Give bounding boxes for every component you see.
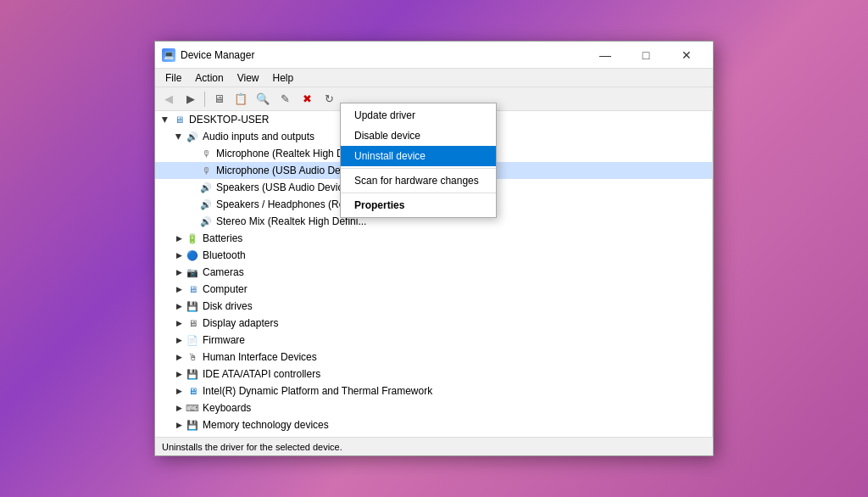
mice-icon: 🖱 bbox=[186, 435, 199, 437]
menu-file[interactable]: File bbox=[159, 70, 188, 86]
firmware-category[interactable]: ▶ 📄 Firmware bbox=[155, 332, 712, 349]
context-menu: Update driver Disable device Uninstall d… bbox=[340, 111, 497, 218]
disk-drives-expand[interactable]: ▶ bbox=[172, 299, 186, 313]
ide-category[interactable]: ▶ 💾 IDE ATA/ATAPI controllers bbox=[155, 366, 712, 383]
status-text: Uninstalls the driver for the selected d… bbox=[162, 442, 342, 452]
app-icon: 💻 bbox=[162, 48, 175, 62]
bluetooth-expand[interactable]: ▶ bbox=[172, 248, 186, 262]
ctx-disable-device[interactable]: Disable device bbox=[341, 126, 496, 146]
keyboards-category[interactable]: ▶ ⌨ Keyboards bbox=[155, 399, 712, 416]
mice-expand[interactable]: ▶ bbox=[172, 435, 186, 437]
ctx-separator-2 bbox=[341, 193, 496, 193]
status-bar: Uninstalls the driver for the selected d… bbox=[155, 437, 713, 455]
disk-drives-category[interactable]: ▶ 💾 Disk drives bbox=[155, 298, 712, 315]
minimize-button[interactable]: — bbox=[586, 42, 625, 69]
batteries-category[interactable]: ▶ 🔋 Batteries bbox=[155, 230, 712, 247]
display-adapters-category[interactable]: ▶ 🖥 Display adapters bbox=[155, 315, 712, 332]
intel-thermal-expand[interactable]: ▶ bbox=[172, 384, 186, 398]
speakers-usb-label: Speakers (USB Audio Device) bbox=[216, 181, 352, 193]
bluetooth-category[interactable]: ▶ 🔵 Bluetooth bbox=[155, 247, 712, 264]
ide-icon: 💾 bbox=[186, 367, 199, 381]
device-manager-window: 💻 Device Manager — □ ✕ File Action View … bbox=[154, 41, 714, 456]
ctx-properties[interactable]: Properties bbox=[341, 195, 496, 215]
memory-tech-category[interactable]: ▶ 💾 Memory technology devices bbox=[155, 416, 712, 433]
menu-view[interactable]: View bbox=[231, 70, 266, 86]
menu-action[interactable]: Action bbox=[188, 70, 230, 86]
intel-thermal-icon: 🖥 bbox=[186, 384, 199, 398]
display-adapters-icon: 🖥 bbox=[186, 316, 199, 330]
forward-button[interactable]: ▶ bbox=[181, 90, 201, 109]
hid-icon: 🖱 bbox=[186, 350, 199, 364]
mic-realtek-icon: 🎙 bbox=[199, 147, 213, 160]
audio-label: Audio inputs and outputs bbox=[203, 131, 314, 142]
intel-thermal-label: Intel(R) Dynamic Platform and Thermal Fr… bbox=[203, 385, 432, 397]
computer-icon: 🖥 bbox=[172, 113, 186, 126]
ctx-uninstall-device[interactable]: Uninstall device bbox=[341, 146, 496, 166]
ide-label: IDE ATA/ATAPI controllers bbox=[203, 368, 320, 380]
maximize-button[interactable]: □ bbox=[626, 42, 665, 69]
intel-thermal-category[interactable]: ▶ 🖥 Intel(R) Dynamic Platform and Therma… bbox=[155, 383, 712, 399]
cameras-icon: 📷 bbox=[186, 265, 199, 279]
window-title: Device Manager bbox=[181, 49, 254, 61]
audio-expand[interactable]: ▶ bbox=[172, 130, 186, 143]
bluetooth-icon: 🔵 bbox=[186, 248, 199, 262]
properties-button[interactable]: 📋 bbox=[231, 90, 251, 109]
scan-button[interactable]: ↻ bbox=[319, 90, 339, 109]
ctx-update-driver[interactable]: Update driver bbox=[341, 111, 496, 126]
firmware-expand[interactable]: ▶ bbox=[172, 333, 186, 347]
display-adapters-label: Display adapters bbox=[203, 317, 278, 329]
mice-category[interactable]: ▶ 🖱 Mice and other pointing devices bbox=[155, 433, 712, 437]
stereo-mix-icon: 🔊 bbox=[199, 215, 213, 228]
update-driver-button[interactable]: ✎ bbox=[275, 90, 295, 109]
batteries-icon: 🔋 bbox=[186, 232, 199, 245]
mic-usb-icon: 🎙 bbox=[199, 164, 213, 177]
uninstall-button[interactable]: ✖ bbox=[297, 90, 317, 109]
cameras-category[interactable]: ▶ 📷 Cameras bbox=[155, 264, 712, 281]
disk-drives-icon: 💾 bbox=[186, 299, 199, 313]
hid-expand[interactable]: ▶ bbox=[172, 350, 186, 364]
ide-expand[interactable]: ▶ bbox=[172, 367, 186, 381]
cameras-label: Cameras bbox=[203, 266, 244, 278]
toolbar-separator-1 bbox=[204, 92, 205, 107]
mice-label: Mice and other pointing devices bbox=[203, 436, 346, 437]
keyboards-expand[interactable]: ▶ bbox=[172, 401, 186, 415]
close-button[interactable]: ✕ bbox=[667, 42, 706, 69]
computer-cat-icon: 🖥 bbox=[186, 282, 199, 296]
hid-label: Human Interface Devices bbox=[203, 351, 317, 363]
memory-tech-expand[interactable]: ▶ bbox=[172, 418, 186, 432]
content-area: ▶ 🖥 DESKTOP-USER ▶ 🔊 Audio inputs and ou… bbox=[155, 111, 713, 437]
title-bar: 💻 Device Manager — □ ✕ bbox=[155, 42, 713, 69]
audio-icon: 🔊 bbox=[186, 130, 199, 143]
disk-drives-label: Disk drives bbox=[203, 300, 253, 312]
cameras-expand[interactable]: ▶ bbox=[172, 265, 186, 279]
root-expand[interactable]: ▶ bbox=[159, 113, 172, 126]
ctx-separator-1 bbox=[341, 168, 496, 169]
computer-category[interactable]: ▶ 🖥 Computer bbox=[155, 281, 712, 298]
menu-help[interactable]: Help bbox=[266, 70, 301, 86]
computer-button[interactable]: 🖥 bbox=[209, 90, 229, 109]
firmware-label: Firmware bbox=[203, 334, 245, 346]
firmware-icon: 📄 bbox=[186, 333, 199, 347]
memory-tech-label: Memory technology devices bbox=[203, 419, 329, 431]
window-controls: — □ ✕ bbox=[586, 42, 706, 69]
batteries-label: Batteries bbox=[203, 232, 242, 244]
speakers-headphones-icon: 🔊 bbox=[199, 198, 213, 211]
display-adapters-expand[interactable]: ▶ bbox=[172, 316, 186, 330]
ctx-scan-hardware[interactable]: Scan for hardware changes bbox=[341, 170, 496, 191]
computer-label: Computer bbox=[203, 283, 248, 295]
hid-category[interactable]: ▶ 🖱 Human Interface Devices bbox=[155, 349, 712, 366]
computer-expand[interactable]: ▶ bbox=[172, 282, 186, 296]
speakers-usb-icon: 🔊 bbox=[199, 181, 213, 194]
bluetooth-label: Bluetooth bbox=[203, 249, 246, 261]
root-label: DESKTOP-USER bbox=[189, 114, 269, 126]
search-button[interactable]: 🔍 bbox=[253, 90, 273, 109]
batteries-expand[interactable]: ▶ bbox=[172, 232, 186, 245]
title-bar-left: 💻 Device Manager bbox=[162, 48, 254, 62]
menu-bar: File Action View Help bbox=[155, 69, 713, 87]
memory-tech-icon: 💾 bbox=[186, 418, 199, 432]
keyboards-label: Keyboards bbox=[203, 402, 251, 414]
back-button[interactable]: ◀ bbox=[159, 90, 179, 109]
keyboards-icon: ⌨ bbox=[186, 401, 199, 415]
